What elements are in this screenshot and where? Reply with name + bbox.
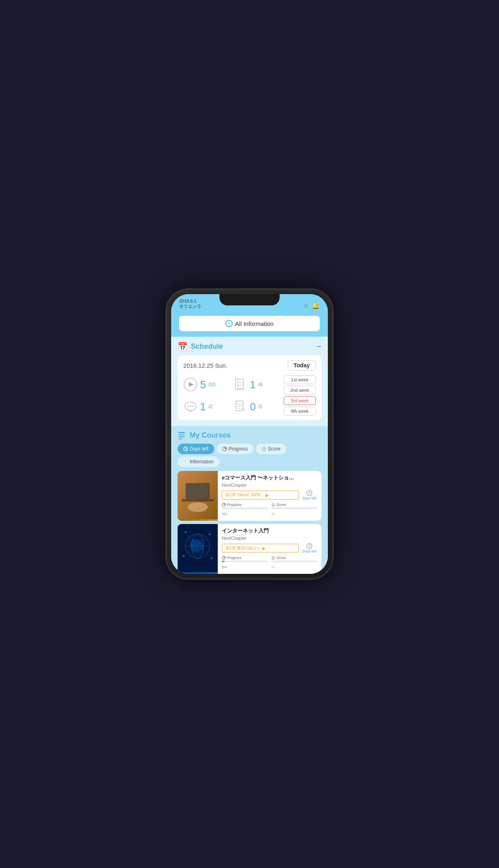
star-icon[interactable]: ☆ [303,302,309,309]
notch [219,294,280,305]
days-left-label-1: Days left [302,496,316,500]
svg-text:B.: B. [237,384,240,387]
tab-score[interactable]: Score [256,444,286,454]
score-label-1: Score [271,503,317,507]
svg-rect-27 [187,485,208,497]
progress-item-1: Progress 0% [222,503,268,517]
progress-bar-2 [222,561,268,562]
progress-fill-2 [222,561,225,562]
report-count: 0 [250,401,256,412]
svg-point-29 [188,502,208,512]
courses-title: My Courses [190,431,231,440]
score-item-2: Score -/- [271,556,317,570]
course-card-1: eコマース入門 〜ネットショ… NextChapter 第1章 Yahoo! J… [178,471,321,521]
video-count: 5 [200,379,206,390]
status-date-app: 2019.6.1 オリエンラ [179,299,201,309]
video-icon [183,377,198,392]
week4-button[interactable]: 4th week [284,407,316,416]
score-value-2: -/- [271,565,275,569]
schedule-section: 📅 Schedule − 2016.12.25 Sun. Today [171,337,328,426]
days-left-2: Days left [301,543,317,553]
schedule-header: 📅 Schedule − [178,342,321,351]
svg-point-12 [192,405,194,407]
schedule-title: Schedule [191,342,223,351]
schedule-title-group: 📅 Schedule [178,342,223,351]
status-date: 2019.6.1 [179,299,201,303]
bell-icon[interactable]: 🔔 [312,302,320,309]
calendar-icon: 📅 [178,342,188,351]
svg-rect-28 [182,499,214,502]
today-button[interactable]: Today [288,360,316,371]
tab-progress-label: Progress [229,446,248,452]
progress-label-2: Progress [222,556,268,560]
svg-text:C.: C. [237,387,240,389]
progress-label-1: Progress [222,503,268,507]
weeks-column: 1st week 2nd week 3rd week 4th week [284,375,316,416]
stat-quiz: A. B. C. 1 /4 [233,375,279,393]
chat-total: /2 [208,403,213,409]
score-bar-1 [271,508,317,509]
course-thumb-1 [178,471,218,521]
courses-icon [178,431,186,440]
phone-frame: 2019.6.1 オリエンラ ☆ 🔔 i All Information [166,289,333,579]
course-card-2: インターネット入門 NextChapter 第1章 通信の始まり ▶ Days … [178,524,321,574]
status-icons: ☆ 🔔 [303,302,320,309]
week1-button[interactable]: 1st week [284,375,316,384]
progress-item-2: Progress 6% [222,556,268,570]
tab-progress[interactable]: Progress [217,444,254,454]
chat-count: 1 [200,401,206,412]
progress-value-1: 0% [222,512,227,516]
internet-thumbnail [178,524,218,574]
svg-point-10 [188,405,189,407]
score-bar-2 [271,561,317,562]
svg-point-43 [211,557,213,559]
stat-chat: 1 /2 [183,397,229,416]
course-info-2: インターネット入門 NextChapter 第1章 通信の始まり ▶ Days … [218,524,321,574]
courses-tabs: Days left Progress Score i Information [178,444,321,467]
stats-grid: 5 /10 A. B. C. [183,375,279,416]
next-chapter-row-1: 第1章 Yahoo! JAPA… ▶ Days left [222,490,317,500]
report-total: /1 [258,403,262,409]
info-circle-icon: i [225,320,233,327]
schedule-card: 2016.12.25 Sun. Today [178,355,321,420]
chat-icon [183,399,198,414]
quiz-icon: A. B. C. [233,377,247,392]
course-title-2: インターネット入門 [222,527,317,534]
svg-text:A.: A. [237,381,240,384]
tab-days-left[interactable]: Days left [178,444,214,454]
next-chapter-row-2: 第1章 通信の始まり ▶ Days left [222,543,317,553]
progress-bar-1 [222,508,268,509]
progress-value-2: 6% [222,565,227,569]
week3-button[interactable]: 3rd week [284,396,316,405]
tab-information[interactable]: i Information [178,457,219,467]
chapter-label-1: 第1章 Yahoo! JAPA… [225,492,264,498]
svg-point-11 [190,405,191,407]
stat-report: 0 /1 [233,397,279,416]
week2-button[interactable]: 2nd week [284,386,316,395]
stat-video: 5 /10 [183,375,229,393]
schedule-collapse-button[interactable]: − [317,342,321,351]
chapter-button-1[interactable]: 第1章 Yahoo! JAPA… ▶ [222,491,299,500]
days-left-1: Days left [301,490,317,500]
courses-header: My Courses [178,431,321,440]
quiz-total: /4 [258,381,262,387]
svg-rect-13 [236,401,243,411]
chapter-button-2[interactable]: 第1章 通信の始まり ▶ [222,544,299,553]
progress-score-row-1: Progress 0% Score [222,503,317,517]
status-bar: 2019.6.1 オリエンラ ☆ 🔔 [171,294,328,312]
all-info-section: i All Information [171,312,328,337]
svg-point-42 [183,555,184,557]
score-value-1: -/- [271,512,275,516]
schedule-stats: 5 /10 A. B. C. [183,375,316,416]
tab-score-label: Score [268,446,280,452]
tab-info-label: Information [190,459,214,465]
score-label-2: Score [271,556,317,560]
svg-rect-18 [178,434,185,435]
score-item-1: Score -/- [271,503,317,517]
play-arrow-1: ▶ [266,493,269,497]
svg-rect-20 [178,438,182,439]
app-name: オリエンラ [179,303,201,309]
all-info-button[interactable]: i All Information [179,316,320,331]
quiz-count: 1 [250,379,256,390]
tab-days-left-label: Days left [190,446,209,452]
